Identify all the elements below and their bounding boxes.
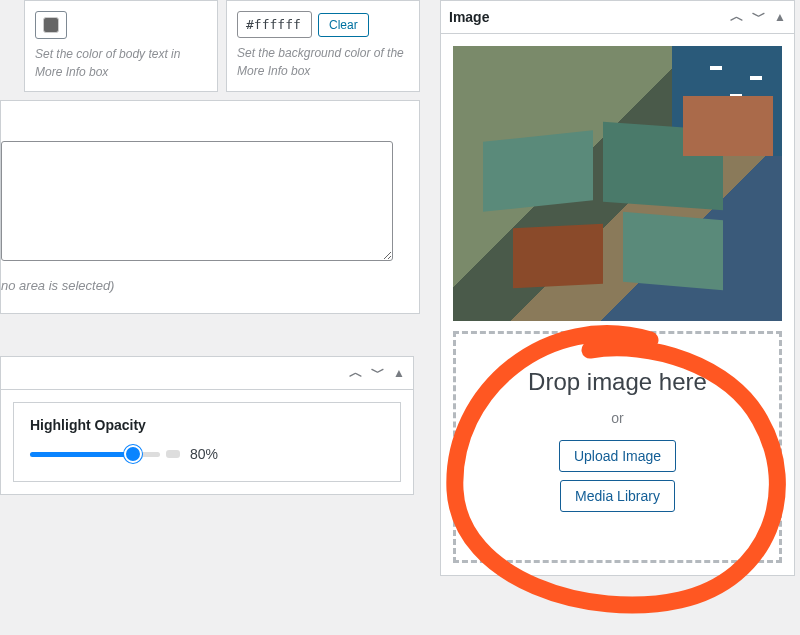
bg-hex-value[interactable]: #ffffff	[237, 11, 312, 38]
triangle-toggle-icon[interactable]: ▲	[774, 10, 786, 24]
preview-boat	[750, 76, 762, 80]
opacity-value: 80%	[190, 446, 218, 462]
preview-roof	[513, 224, 603, 289]
slider-end-cap	[166, 450, 180, 458]
preview-roof	[683, 96, 773, 156]
chevron-up-icon[interactable]: ︿	[730, 8, 744, 26]
dropzone-title: Drop image here	[466, 368, 769, 396]
swatch-dot	[43, 17, 59, 33]
chevron-down-icon[interactable]: ﹀	[752, 8, 766, 26]
no-area-selected-text: no area is selected)	[1, 272, 419, 303]
upload-image-button[interactable]: Upload Image	[559, 440, 676, 472]
bg-color-desc: Set the background color of the More Inf…	[237, 44, 409, 80]
chevron-up-icon[interactable]: ︿	[349, 364, 363, 382]
body-text-color-box: Set the color of body text in More Info …	[24, 0, 218, 92]
highlight-opacity-label: Highlight Opacity	[30, 417, 384, 433]
body-color-desc: Set the color of body text in More Info …	[35, 45, 207, 81]
area-textarea[interactable]	[1, 141, 393, 261]
highlight-opacity-card: Highlight Opacity 80%	[13, 402, 401, 482]
triangle-toggle-icon[interactable]: ▲	[393, 366, 405, 380]
image-panel-title: Image	[449, 9, 489, 25]
image-preview[interactable]	[453, 46, 782, 321]
chevron-down-icon[interactable]: ﹀	[371, 364, 385, 382]
bg-color-box: #ffffff Clear Set the background color o…	[226, 0, 420, 92]
body-color-swatch-button[interactable]	[35, 11, 67, 39]
preview-boat	[710, 66, 722, 70]
collapsed-panel-header[interactable]: ︿ ﹀ ▲	[0, 356, 414, 390]
dropzone-or-text: or	[466, 410, 769, 426]
image-panel-header[interactable]: Image ︿ ﹀ ▲	[440, 0, 795, 34]
slider-fill	[30, 452, 134, 457]
media-library-button[interactable]: Media Library	[560, 480, 675, 512]
image-dropzone[interactable]: Drop image here or Upload Image Media Li…	[453, 331, 782, 563]
preview-roof	[483, 130, 593, 212]
slider-thumb[interactable]	[124, 445, 142, 463]
bg-clear-button[interactable]: Clear	[318, 13, 369, 37]
image-panel-body: Drop image here or Upload Image Media Li…	[440, 34, 795, 576]
preview-roof	[623, 212, 723, 291]
opacity-slider[interactable]	[30, 445, 160, 463]
